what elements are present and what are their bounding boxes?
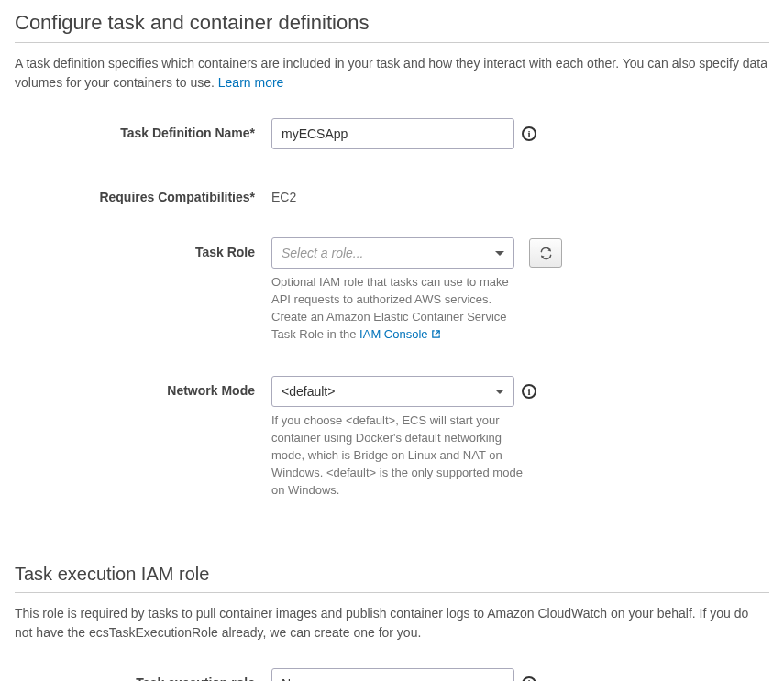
task-definition-name-input[interactable] xyxy=(271,118,514,149)
network-mode-value: <default> xyxy=(282,384,335,399)
chevron-down-icon xyxy=(495,390,504,394)
label-network-mode: Network Mode xyxy=(15,376,271,398)
task-execution-role-select[interactable]: None xyxy=(271,668,514,681)
row-task-role: Task Role Select a role... Optional IAM … xyxy=(15,237,769,343)
section-configure-desc: A task definition specifies which contai… xyxy=(15,54,769,93)
refresh-icon xyxy=(539,247,553,260)
task-role-select[interactable]: Select a role... xyxy=(271,237,514,269)
refresh-button[interactable] xyxy=(529,238,562,268)
requires-compatibilities-value: EC2 xyxy=(271,182,769,204)
task-role-help: Optional IAM role that tasks can use to … xyxy=(271,274,528,343)
row-task-execution-role: Task execution role None i xyxy=(15,668,769,681)
task-execution-role-value: None xyxy=(282,676,312,681)
info-icon[interactable]: i xyxy=(522,126,536,141)
row-network-mode: Network Mode <default> i If you choose <… xyxy=(15,376,769,499)
section-exec-desc: This role is required by tasks to pull c… xyxy=(15,604,769,643)
section-title-configure: Configure task and container definitions xyxy=(15,11,769,43)
label-requires-compatibilities: Requires Compatibilities* xyxy=(15,182,271,204)
external-link-icon xyxy=(431,329,441,339)
task-role-placeholder: Select a role... xyxy=(282,246,364,260)
info-icon[interactable]: i xyxy=(522,676,536,681)
chevron-down-icon xyxy=(495,251,504,256)
section-configure-desc-text: A task definition specifies which contai… xyxy=(15,56,767,90)
row-task-definition-name: Task Definition Name* i xyxy=(15,118,769,149)
info-icon[interactable]: i xyxy=(522,384,536,399)
section-title-task-exec-role: Task execution IAM role xyxy=(15,564,769,593)
learn-more-link[interactable]: Learn more xyxy=(218,75,284,90)
label-task-execution-role: Task execution role xyxy=(15,668,271,681)
network-mode-select[interactable]: <default> xyxy=(271,376,514,407)
iam-console-link[interactable]: IAM Console xyxy=(359,327,440,341)
label-task-definition-name: Task Definition Name* xyxy=(15,118,271,140)
network-mode-help: If you choose <default>, ECS will start … xyxy=(271,412,528,499)
row-requires-compatibilities: Requires Compatibilities* EC2 xyxy=(15,182,769,204)
label-task-role: Task Role xyxy=(15,237,271,259)
